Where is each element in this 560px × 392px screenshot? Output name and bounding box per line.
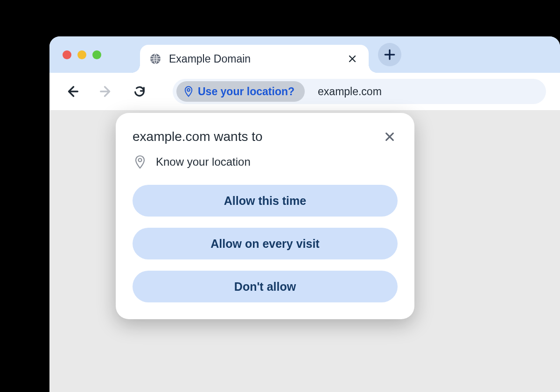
allow-once-button[interactable]: Allow this time	[133, 185, 398, 217]
reload-button[interactable]	[131, 83, 148, 100]
tab-title: Example Domain	[169, 53, 345, 65]
globe-icon	[149, 53, 161, 65]
tab-strip: Example Domain	[49, 36, 560, 73]
location-pin-icon	[134, 155, 146, 169]
svg-point-1	[187, 89, 190, 91]
popup-title: example.com wants to	[133, 129, 263, 144]
forward-button[interactable]	[97, 83, 115, 100]
browser-tab[interactable]: Example Domain	[140, 45, 369, 73]
window-controls	[63, 50, 101, 59]
new-tab-button[interactable]	[378, 43, 401, 66]
close-tab-button[interactable]	[345, 52, 359, 66]
url-text: example.com	[318, 85, 382, 98]
toolbar: Use your location? example.com	[49, 73, 560, 110]
permission-label: Know your location	[156, 155, 251, 168]
permission-row: Know your location	[133, 155, 398, 169]
svg-point-2	[139, 159, 142, 162]
allow-always-button[interactable]: Allow on every visit	[133, 228, 398, 259]
minimize-window-button[interactable]	[77, 50, 86, 59]
popup-close-button[interactable]	[382, 129, 398, 145]
permission-chip[interactable]: Use your location?	[176, 81, 305, 102]
close-window-button[interactable]	[63, 50, 71, 59]
address-bar[interactable]: Use your location? example.com	[173, 79, 546, 104]
deny-button[interactable]: Don't allow	[133, 271, 398, 302]
permission-popup: example.com wants to Know your location …	[116, 113, 414, 319]
back-button[interactable]	[63, 83, 81, 100]
permission-chip-label: Use your location?	[198, 85, 294, 98]
location-pin-icon	[184, 86, 193, 97]
maximize-window-button[interactable]	[92, 50, 101, 59]
